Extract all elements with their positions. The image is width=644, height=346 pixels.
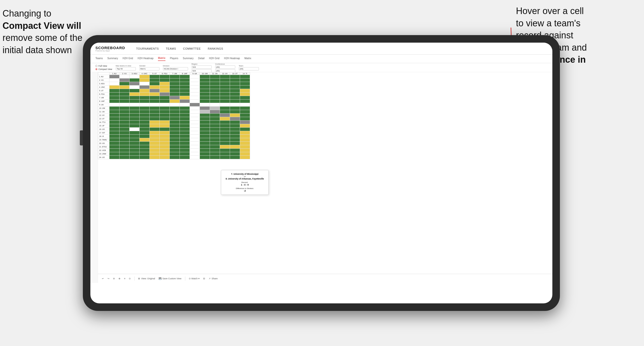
matrix-cell[interactable]: [180, 110, 190, 114]
matrix-cell[interactable]: [130, 128, 140, 131]
matrix-cell[interactable]: [160, 85, 170, 89]
matrix-cell[interactable]: [120, 131, 130, 135]
matrix-cell[interactable]: [210, 149, 220, 152]
matrix-cell[interactable]: [210, 93, 220, 96]
matrix-cell[interactable]: [160, 142, 170, 145]
matrix-cell[interactable]: [220, 149, 230, 152]
matrix-cell[interactable]: [240, 152, 250, 156]
matrix-cell[interactable]: [150, 75, 160, 78]
matrix-cell[interactable]: [190, 110, 200, 114]
matrix-cell[interactable]: [230, 142, 240, 145]
matrix-cell[interactable]: [210, 131, 220, 135]
matrix-cell[interactable]: [109, 152, 120, 156]
matrix-cell[interactable]: [200, 124, 210, 128]
matrix-cell[interactable]: [210, 156, 220, 159]
matrix-cell[interactable]: [220, 93, 230, 96]
matrix-cell[interactable]: [140, 82, 150, 85]
matrix-cell[interactable]: [140, 117, 150, 121]
matrix-cell[interactable]: [109, 78, 120, 82]
matrix-cell[interactable]: [180, 96, 190, 100]
toolbar-view-original[interactable]: ⊞ View: Original: [138, 277, 155, 280]
matrix-cell[interactable]: [150, 131, 160, 135]
matrix-cell[interactable]: [200, 75, 210, 78]
matrix-cell[interactable]: [200, 149, 210, 152]
matrix-cell[interactable]: [130, 131, 140, 135]
matrix-cell[interactable]: [190, 124, 200, 128]
matrix-cell[interactable]: [220, 114, 230, 117]
matrix-cell[interactable]: [190, 78, 200, 82]
matrix-cell[interactable]: [130, 85, 140, 89]
matrix-cell[interactable]: [120, 85, 130, 89]
matrix-cell[interactable]: [230, 93, 240, 96]
matrix-cell[interactable]: [130, 114, 140, 117]
matrix-cell[interactable]: [230, 103, 240, 107]
matrix-cell[interactable]: [150, 145, 160, 149]
matrix-cell[interactable]: [109, 128, 120, 131]
matrix-cell[interactable]: [120, 152, 130, 156]
matrix-cell[interactable]: [160, 89, 170, 93]
matrix-cell[interactable]: [150, 107, 160, 110]
matrix-cell[interactable]: [220, 156, 230, 159]
matrix-cell[interactable]: [160, 110, 170, 114]
matrix-cell[interactable]: [240, 85, 250, 89]
matrix-cell[interactable]: [200, 138, 210, 142]
matrix-cell[interactable]: [210, 124, 220, 128]
matrix-cell[interactable]: [200, 135, 210, 138]
subnav-detail[interactable]: Detail: [198, 57, 205, 61]
matrix-cell[interactable]: [170, 78, 180, 82]
matrix-cell[interactable]: [120, 110, 130, 114]
matrix-cell[interactable]: [140, 131, 150, 135]
matrix-cell[interactable]: [109, 114, 120, 117]
matrix-cell[interactable]: [240, 128, 250, 131]
matrix-cell[interactable]: [200, 114, 210, 117]
matrix-cell[interactable]: [240, 89, 250, 93]
matrix-cell[interactable]: [210, 152, 220, 156]
matrix-cell[interactable]: [200, 117, 210, 121]
matrix-cell[interactable]: [230, 131, 240, 135]
matrix-cell[interactable]: [120, 128, 130, 131]
matrix-cell[interactable]: [150, 82, 160, 85]
matrix-cell[interactable]: [130, 89, 140, 93]
matrix-cell[interactable]: [140, 75, 150, 78]
matrix-cell[interactable]: [170, 110, 180, 114]
matrix-cell[interactable]: [210, 128, 220, 131]
subnav-h2hgrid[interactable]: H2H Grid: [123, 57, 133, 61]
matrix-cell[interactable]: [210, 103, 220, 107]
matrix-cell[interactable]: [220, 75, 230, 78]
matrix-cell[interactable]: [150, 135, 160, 138]
matrix-cell[interactable]: [120, 142, 130, 145]
matrix-cell[interactable]: [220, 128, 230, 131]
matrix-cell[interactable]: [240, 117, 250, 121]
matrix-cell[interactable]: [190, 142, 200, 145]
matrix-cell[interactable]: [170, 93, 180, 96]
matrix-cell[interactable]: [150, 128, 160, 131]
matrix-cell[interactable]: [220, 96, 230, 100]
matrix-cell[interactable]: [109, 93, 120, 96]
matrix-cell[interactable]: [140, 156, 150, 159]
matrix-cell[interactable]: [170, 89, 180, 93]
filter-conference-select2[interactable]: (All): [215, 69, 235, 72]
matrix-cell[interactable]: [180, 128, 190, 131]
matrix-cell[interactable]: [220, 142, 230, 145]
matrix-cell[interactable]: [220, 78, 230, 82]
matrix-cell[interactable]: [120, 117, 130, 121]
toolbar-share[interactable]: ↗ Share: [209, 277, 218, 280]
matrix-cell[interactable]: [170, 121, 180, 124]
matrix-cell[interactable]: [170, 82, 180, 85]
matrix-cell[interactable]: [130, 124, 140, 128]
subnav-matrix2[interactable]: Matrix: [245, 57, 251, 61]
matrix-cell[interactable]: [210, 78, 220, 82]
matrix-cell[interactable]: [160, 128, 170, 131]
subnav-players[interactable]: Players: [170, 57, 178, 61]
toolbar-reset[interactable]: ⊙: [129, 277, 131, 280]
matrix-cell[interactable]: [180, 75, 190, 78]
matrix-cell[interactable]: [180, 107, 190, 110]
matrix-cell[interactable]: [150, 142, 160, 145]
matrix-cell[interactable]: [130, 156, 140, 159]
matrix-cell[interactable]: [109, 142, 120, 145]
matrix-cell[interactable]: [220, 135, 230, 138]
matrix-cell[interactable]: [240, 131, 250, 135]
matrix-cell[interactable]: [160, 114, 170, 117]
matrix-cell[interactable]: [240, 149, 250, 152]
matrix-cell[interactable]: [170, 152, 180, 156]
